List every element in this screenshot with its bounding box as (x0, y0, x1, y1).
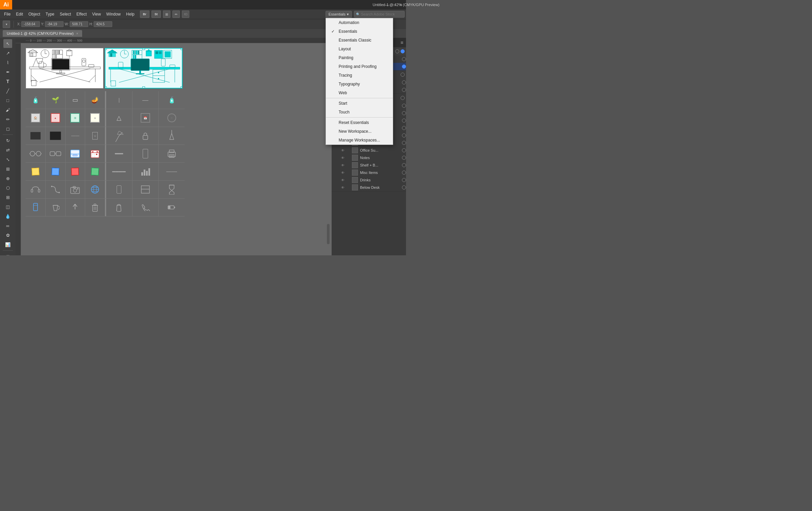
handle-tr[interactable] (181, 48, 183, 50)
menu-window[interactable]: Window (103, 10, 123, 18)
menu-view[interactable]: View (90, 10, 104, 18)
menu-edit[interactable]: Edit (13, 10, 26, 18)
svg-rect-98 (96, 154, 97, 155)
layer-vis-misc-items[interactable]: 👁 (341, 171, 347, 175)
selection-tool[interactable]: ↖ (3, 39, 12, 48)
dd-web[interactable]: Web (326, 88, 393, 97)
layer-child-office-su[interactable]: 👁 Office Su... (332, 147, 406, 154)
width-tool[interactable]: ⤡ (3, 155, 12, 164)
panel-menu-button[interactable]: ≡ (398, 38, 406, 47)
dd-essentials-classic[interactable]: Essentials Classic (326, 36, 393, 45)
dd-layout[interactable]: Layout (326, 45, 393, 53)
handle-bl[interactable] (105, 86, 107, 88)
w-value[interactable]: 508.71 (70, 21, 88, 27)
dd-tracing[interactable]: Tracing (326, 71, 393, 80)
eraser-tool[interactable]: ◻ (3, 124, 12, 133)
gradient-tool[interactable]: ◫ (3, 202, 12, 211)
cloud-btn[interactable]: ↑□ (182, 10, 189, 18)
handle-br[interactable] (181, 86, 183, 88)
layer-child-drinks[interactable]: 👁 Drinks (332, 176, 406, 184)
trash-icon (91, 203, 99, 212)
asset-cell-battery (159, 199, 185, 216)
lasso-tool[interactable]: ⌇ (3, 58, 12, 67)
h-value[interactable]: 424.5 (94, 21, 112, 27)
menu-effect[interactable]: Effect (74, 10, 89, 18)
rect-tool[interactable]: □ (3, 96, 12, 105)
x-value[interactable]: -158.64 (21, 21, 40, 27)
eyedropper-tool[interactable]: 💧 (3, 212, 12, 221)
svg-rect-103 (169, 155, 174, 157)
svg-rect-12 (53, 55, 55, 58)
asset-section-right-7 (105, 199, 185, 216)
document-tab[interactable]: Untitled-1 @ 42% (CMYK/GPU Preview) × (3, 30, 82, 37)
stock-search-input[interactable] (354, 11, 405, 18)
dd-painting[interactable]: Painting (326, 53, 393, 62)
layer-child-shelf[interactable]: 👁 Shelf + B... (332, 161, 406, 169)
layer-vis-notes[interactable]: 👁 (341, 156, 347, 160)
svg-marker-80 (170, 133, 174, 139)
dd-manage-workspaces[interactable]: Manage Workspaces... (326, 136, 393, 145)
mirror-tool[interactable]: ⇄ (3, 146, 12, 154)
layer-vis-office-su[interactable]: 👁 (341, 149, 347, 152)
handle-tl[interactable] (105, 48, 107, 50)
dd-new-workspace[interactable]: New Workspace... (326, 127, 393, 136)
graph-tool[interactable]: 📊 (3, 240, 12, 249)
asset-row-7 (26, 199, 185, 216)
layer-child-notes[interactable]: 👁 Notes (332, 154, 406, 161)
mesh-tool[interactable]: ⊞ (3, 193, 12, 202)
menu-object[interactable]: Object (26, 10, 43, 18)
layer-dot-objects (401, 96, 405, 100)
line-tool[interactable]: ╱ (3, 86, 12, 95)
dd-touch[interactable]: Touch (326, 108, 393, 117)
dd-typography[interactable]: Typography (326, 80, 393, 88)
menu-help[interactable]: Help (123, 10, 137, 18)
paintbrush-btn[interactable]: ✏ (172, 10, 180, 18)
pen-tool[interactable]: ✒ (3, 68, 12, 76)
blend-tool[interactable]: ∞ (3, 221, 12, 230)
layer-thumb-notes (352, 155, 358, 161)
dd-start[interactable]: Start (326, 99, 393, 108)
direct-select-tool[interactable]: ↗ (3, 49, 12, 57)
artboard-1-svg (26, 48, 103, 88)
doc-tab-close[interactable]: × (76, 32, 78, 35)
bridge-btn[interactable]: Br (140, 10, 149, 18)
menu-file[interactable]: File (1, 10, 13, 18)
asset-cell-frame3: ⊞ (66, 109, 86, 127)
perspective-tool[interactable]: ⬡ (3, 183, 12, 192)
stock-btn[interactable]: St (151, 10, 161, 18)
layer-vis-drinks[interactable]: 👁 (341, 178, 347, 182)
free-transform-tool[interactable]: ⊞ (3, 164, 12, 173)
rotate-tool[interactable]: ↻ (3, 136, 12, 145)
layer-vis-below-desk[interactable]: 👁 (341, 186, 347, 189)
control-style-btn[interactable]: ▾ (3, 21, 10, 28)
arrange-btn[interactable]: ⊞ (163, 10, 170, 18)
handle-bc[interactable] (142, 86, 145, 88)
layer-child-below-desk[interactable]: 👁 Below Desk (332, 184, 406, 191)
artboard-tool[interactable]: ⊡ (3, 252, 12, 255)
symbol-tool[interactable]: ✿ (3, 231, 12, 239)
svg-rect-106 (141, 172, 143, 176)
layer-dot-plants (402, 104, 406, 108)
pencil-tool[interactable]: ✏ (3, 115, 12, 124)
handle-tc[interactable] (142, 48, 145, 50)
title-bar: Ai Untitled-1 @ 42% (CMYK/GPU Preview) —… (0, 0, 406, 9)
dd-printing-proofing[interactable]: Printing and Proofing (326, 62, 393, 71)
canvas-scrollbar-thumb[interactable] (327, 224, 330, 244)
asset-cell-usb: U (85, 127, 105, 145)
svg-rect-11 (58, 50, 60, 54)
type-tool[interactable]: T (3, 77, 12, 86)
dd-automation[interactable]: Automation (326, 18, 393, 27)
svg-rect-40 (110, 53, 112, 57)
dd-essentials[interactable]: ✓ Essentials (326, 27, 393, 36)
shape-builder-tool[interactable]: ⊕ (3, 174, 12, 183)
menu-type[interactable]: Type (43, 10, 57, 18)
layer-vis-shelf[interactable]: 👁 (341, 163, 347, 167)
dd-reset-essentials[interactable]: Reset Essentials (326, 118, 393, 127)
y-value[interactable]: -84.19 (45, 21, 64, 27)
paintbrush-tool[interactable]: 🖌 (3, 105, 12, 114)
svg-rect-9 (55, 50, 56, 54)
dd-label-layout: Layout (339, 47, 351, 51)
layer-child-misc-items[interactable]: 👁 Misc Items (332, 169, 406, 176)
menu-select[interactable]: Select (57, 10, 74, 18)
workspace-selector[interactable]: Essentials ▾ (326, 11, 352, 18)
